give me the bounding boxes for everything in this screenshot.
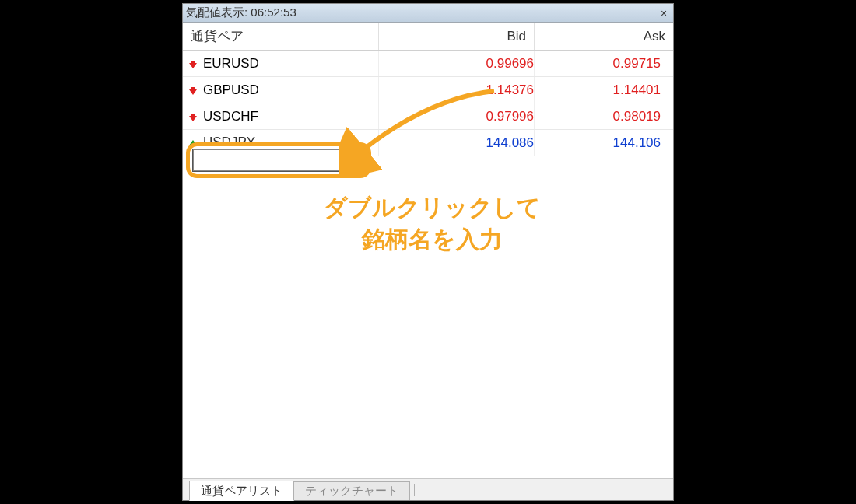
annotation-line2: 銘柄名を入力 <box>253 224 611 256</box>
symbol-cell: USDCHF <box>203 109 258 124</box>
quote-grid: 通貨ペア Bid Ask EURUSD 0.99696 0.99715 <box>183 23 673 156</box>
window-titlebar[interactable]: 気配値表示: 06:52:53 × <box>183 4 673 23</box>
bid-cell: 0.99696 <box>379 51 535 76</box>
grid-header: 通貨ペア Bid Ask <box>183 23 673 51</box>
ask-cell: 0.99715 <box>535 51 673 76</box>
arrow-down-icon <box>188 85 198 96</box>
bid-cell: 0.97996 <box>379 103 535 129</box>
content-area: 通貨ペア Bid Ask EURUSD 0.99696 0.99715 <box>183 23 673 478</box>
symbol-cell: EURUSD <box>203 56 259 72</box>
annotation-line1: ダブルクリックして <box>253 192 611 224</box>
tab-separator <box>414 484 415 496</box>
bid-cell: 144.086 <box>379 130 535 156</box>
tab-symbol-list[interactable]: 通貨ペアリスト <box>189 481 294 501</box>
window-title: 気配値表示: 06:52:53 <box>186 5 658 20</box>
title-prefix: 気配値表示: <box>186 5 251 19</box>
ask-cell: 0.98019 <box>535 103 673 129</box>
close-button[interactable]: × <box>658 7 670 19</box>
arrow-down-icon <box>188 58 198 69</box>
ask-cell: 144.106 <box>535 130 673 156</box>
arrow-down-icon <box>188 111 198 122</box>
bid-cell: 1.14376 <box>379 77 535 103</box>
market-watch-window: 気配値表示: 06:52:53 × 通貨ペア Bid Ask EURUSD 0.… <box>182 3 674 501</box>
tab-tick-chart[interactable]: ティックチャート <box>293 481 410 500</box>
col-header-bid[interactable]: Bid <box>379 23 535 50</box>
ask-cell: 1.14401 <box>535 77 673 103</box>
table-row[interactable]: EURUSD 0.99696 0.99715 <box>183 51 673 77</box>
title-time: 06:52:53 <box>251 5 296 19</box>
symbol-input-highlight <box>186 142 371 178</box>
symbol-cell: GBPUSD <box>203 82 259 98</box>
col-header-ask[interactable]: Ask <box>535 23 673 50</box>
symbol-input[interactable] <box>193 149 364 171</box>
close-icon: × <box>661 7 667 19</box>
table-row[interactable]: GBPUSD 1.14376 1.14401 <box>183 77 673 103</box>
tab-bar: 通貨ペアリスト ティックチャート <box>183 478 673 500</box>
table-row[interactable]: USDCHF 0.97996 0.98019 <box>183 103 673 130</box>
col-header-symbol[interactable]: 通貨ペア <box>183 23 379 50</box>
annotation-text: ダブルクリックして 銘柄名を入力 <box>253 192 611 255</box>
